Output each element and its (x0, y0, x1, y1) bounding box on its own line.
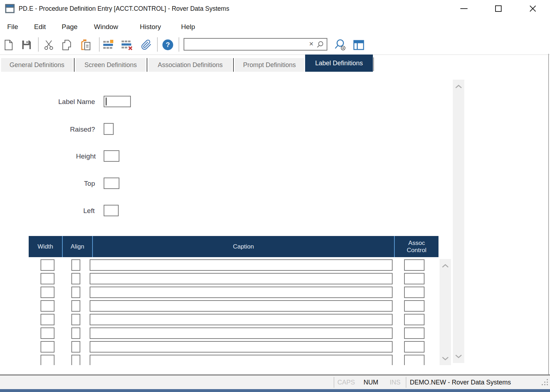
minimize-button[interactable] (454, 0, 474, 17)
menu-edit[interactable]: Edit (34, 19, 46, 35)
table-scrollbar[interactable] (440, 259, 451, 365)
left-label: Left (27, 207, 95, 215)
width-cell-input[interactable] (41, 300, 54, 312)
caption-cell-input[interactable] (90, 355, 393, 365)
table-row (29, 327, 438, 339)
assoc-cell-input[interactable] (404, 287, 425, 298)
top-input[interactable] (104, 178, 119, 189)
num-indicator: NUM (364, 376, 378, 389)
tab-prompt-definitions[interactable]: Prompt Definitions (235, 58, 304, 72)
menu-history[interactable]: History (140, 19, 161, 35)
align-cell-input[interactable] (71, 327, 80, 339)
align-cell-input[interactable] (71, 287, 80, 298)
width-cell-input[interactable] (41, 341, 54, 353)
paste-icon[interactable] (78, 37, 93, 52)
left-input[interactable] (104, 205, 119, 216)
menu-help[interactable]: Help (181, 19, 195, 35)
tab-bar: General Definitions Screen Definitions A… (0, 55, 550, 72)
table-row (29, 314, 438, 325)
table-row (29, 259, 438, 271)
align-cell-input[interactable] (71, 273, 80, 284)
column-header-width: Width (29, 236, 62, 257)
tab-screen-definitions[interactable]: Screen Definitions (76, 58, 146, 72)
window-bottom-border (0, 389, 550, 392)
width-cell-input[interactable] (41, 327, 54, 339)
assoc-cell-input[interactable] (404, 314, 425, 325)
copy-icon[interactable] (60, 37, 74, 52)
column-header-caption: Caption (92, 236, 394, 257)
app-window: PD.E - Procedure Definition Entry [ACCT.… (0, 0, 550, 392)
save-icon[interactable] (19, 37, 34, 52)
app-window-icon (5, 4, 15, 15)
caption-cell-input[interactable] (90, 300, 393, 312)
raised-input[interactable] (104, 123, 114, 135)
resize-grip-icon[interactable] (542, 379, 548, 387)
new-document-icon[interactable] (1, 37, 16, 52)
scroll-down-icon[interactable] (453, 351, 464, 361)
caption-cell-input[interactable] (90, 341, 393, 353)
ins-indicator: INS (390, 376, 400, 389)
table-row (29, 273, 438, 284)
help-icon[interactable]: ? (161, 37, 175, 52)
tab-association-definitions[interactable]: Association Definitions (148, 58, 232, 72)
table-row (29, 300, 438, 312)
caption-cell-input[interactable] (90, 287, 393, 298)
width-cell-input[interactable] (41, 273, 54, 284)
caption-cell-input[interactable] (90, 314, 393, 325)
scroll-up-icon[interactable] (440, 261, 451, 270)
assoc-cell-input[interactable] (404, 355, 425, 365)
label-name-input[interactable] (104, 96, 131, 107)
assoc-cell-input[interactable] (404, 259, 425, 271)
caption-cell-input[interactable] (90, 273, 393, 284)
scroll-up-icon[interactable] (453, 82, 464, 91)
width-cell-input[interactable] (41, 314, 54, 325)
width-cell-input[interactable] (41, 355, 54, 365)
table-body (29, 259, 438, 365)
search-input[interactable] (185, 39, 303, 50)
assoc-cell-input[interactable] (404, 327, 425, 339)
window-right-border (548, 54, 549, 374)
height-input[interactable] (104, 150, 119, 162)
raised-label: Raised? (27, 126, 95, 133)
table-header: Width Align Caption Assoc Control (29, 236, 438, 257)
search-clear-icon[interactable]: ✕ (309, 41, 314, 47)
top-label: Top (27, 180, 95, 188)
table-row (29, 341, 438, 353)
tab-general-definitions[interactable]: General Definitions (1, 58, 73, 72)
assoc-cell-input[interactable] (404, 341, 425, 353)
width-cell-input[interactable] (41, 259, 54, 271)
search-icon[interactable] (316, 41, 324, 50)
toolbar: ? ✕ (0, 35, 550, 54)
tab-label-definitions[interactable]: Label Definitions (305, 55, 373, 72)
attachment-icon[interactable] (139, 37, 153, 52)
align-cell-input[interactable] (71, 259, 80, 271)
column-header-assoc-control: Assoc Control (394, 236, 438, 257)
width-cell-input[interactable] (41, 287, 54, 298)
align-cell-input[interactable] (71, 314, 80, 325)
search-view-icon[interactable] (333, 37, 347, 52)
menu-bar: File Edit Page Window History Help (0, 19, 550, 35)
insert-row-icon[interactable] (101, 37, 115, 52)
maximize-button[interactable] (488, 0, 508, 17)
menu-file[interactable]: File (7, 19, 18, 35)
caption-cell-input[interactable] (90, 259, 393, 271)
delete-row-icon[interactable] (120, 37, 134, 52)
cut-icon[interactable] (42, 37, 56, 52)
align-cell-input[interactable] (71, 341, 80, 353)
height-label: Height (28, 152, 96, 160)
menu-page[interactable]: Page (62, 19, 77, 35)
menu-window[interactable]: Window (94, 19, 118, 35)
status-bar: CAPS NUM INS DEMO.NEW - Rover Data Syste… (0, 376, 550, 389)
align-cell-input[interactable] (71, 300, 80, 312)
page-scrollbar[interactable] (453, 80, 464, 363)
close-button[interactable] (523, 0, 543, 17)
title-bar: PD.E - Procedure Definition Entry [ACCT.… (0, 0, 550, 17)
table-row (29, 287, 438, 298)
layout-icon[interactable] (351, 37, 366, 52)
status-message: DEMO.NEW - Rover Data Systems (410, 376, 511, 389)
caption-cell-input[interactable] (90, 327, 393, 339)
assoc-cell-input[interactable] (404, 273, 425, 284)
align-cell-input[interactable] (71, 355, 80, 365)
scroll-down-icon[interactable] (440, 354, 451, 363)
assoc-cell-input[interactable] (404, 300, 425, 312)
